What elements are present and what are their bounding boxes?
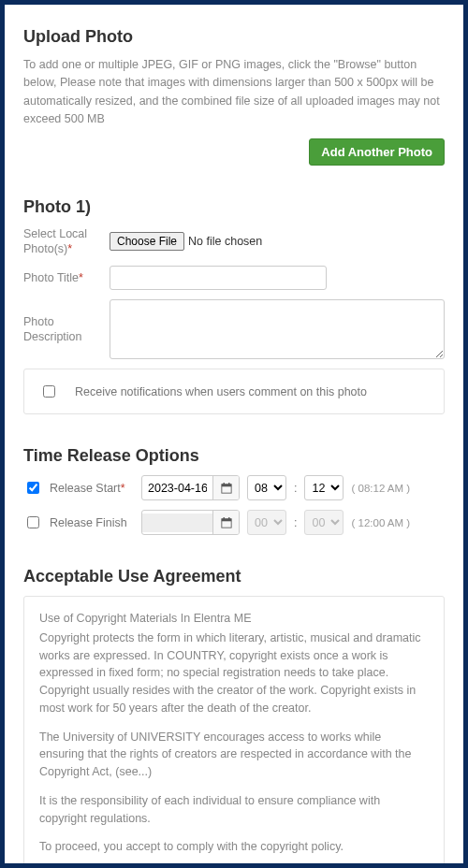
svg-rect-7 [228,517,229,520]
svg-rect-6 [223,517,224,520]
aup-box: Use of Copyright Materials In Elentra ME… [23,596,445,868]
release-start-hour-select[interactable]: 08 [247,475,286,500]
release-finish-date-input [142,514,212,532]
release-finish-label: Release Finish [50,516,134,529]
upload-intro: To add one or multiple JPEG, GIF or PNG … [23,56,445,129]
time-heading: Time Release Options [23,446,445,466]
notify-checkbox[interactable] [43,385,55,398]
photo-desc-row: Photo Description [23,299,445,359]
svg-rect-3 [228,483,229,485]
release-finish-date-wrap [141,510,240,535]
notify-box: Receive notifications when users comment… [23,369,445,414]
svg-rect-5 [221,518,230,521]
release-start-min-select[interactable]: 12 [304,475,344,500]
calendar-icon [221,483,232,494]
release-finish-calendar-button[interactable] [212,511,239,534]
aup-p1: Use of Copyright Materials In Elentra ME [39,610,429,628]
photo-desc-textarea[interactable] [110,299,445,359]
aup-body: Use of Copyright Materials In Elentra ME… [24,597,444,868]
aup-p5: To proceed, you accept to comply with th… [39,838,429,856]
release-start-date-wrap [141,475,240,500]
upload-heading: Upload Photo [23,27,445,47]
select-photo-label: Select Local Photo(s)* [23,226,110,257]
time-colon: : [294,482,297,495]
photo-title-row: Photo Title* [23,266,445,290]
release-start-row: Release Start* 08 : 12 ( 08:12 AM ) [23,475,445,500]
release-start-date-input[interactable] [142,479,212,498]
aup-p3: The University of UNIVERSITY encourages … [39,729,429,781]
release-start-label: Release Start* [50,482,134,495]
photo-heading: Photo 1) [23,197,445,217]
choose-file-button[interactable]: Choose File [110,232,184,251]
photo-desc-label: Photo Description [23,314,110,345]
photo-title-input[interactable] [110,266,327,290]
release-start-display: ( 08:12 AM ) [351,483,410,494]
page-frame: Upload Photo To add one or multiple JPEG… [0,0,468,868]
aup-p4: It is the responsibility of each individ… [39,792,429,828]
calendar-icon [221,517,232,528]
release-start-calendar-button[interactable] [212,476,239,499]
aup-heading: Acceptable Use Agreement [23,567,445,586]
notify-label: Receive notifications when users comment… [75,385,367,398]
svg-rect-1 [221,484,230,486]
release-finish-checkbox[interactable] [27,516,39,528]
release-finish-hour-select: 00 [247,510,286,535]
no-file-text: No file chosen [188,235,262,248]
release-finish-min-select: 00 [304,510,344,535]
release-finish-display: ( 12:00 AM ) [351,517,410,528]
aup-p2: Copyright protects the form in which lit… [39,629,429,717]
select-photo-row: Select Local Photo(s)* Choose File No fi… [23,226,445,257]
add-photo-button[interactable]: Add Another Photo [309,138,445,166]
release-start-checkbox[interactable] [27,482,39,494]
photo-title-label: Photo Title* [23,270,110,285]
release-finish-row: Release Finish 00 : 00 ( 12:00 AM ) [23,510,445,535]
time-colon: : [294,516,297,529]
svg-rect-2 [223,483,224,485]
